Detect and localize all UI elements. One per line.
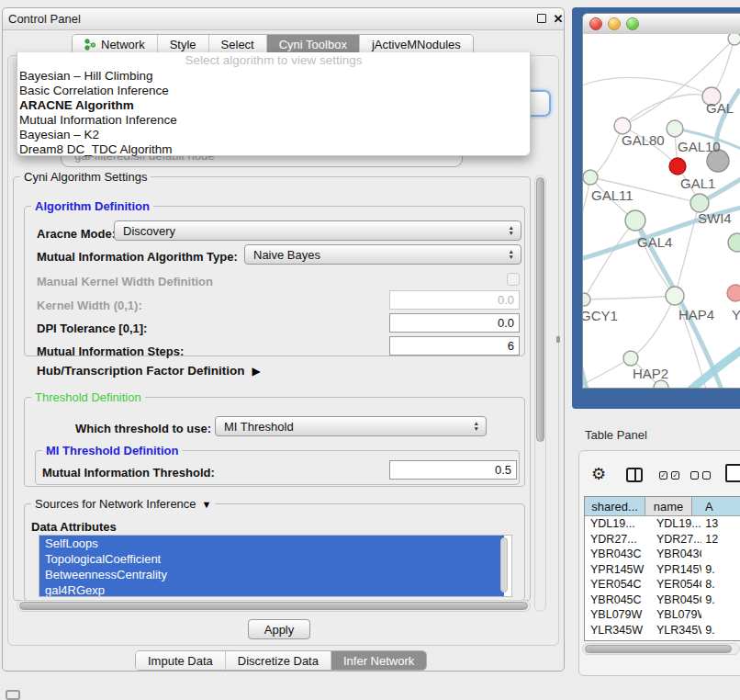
apply-button[interactable]: Apply bbox=[248, 619, 310, 639]
sources-title-text: Sources for Network Inference bbox=[35, 497, 196, 511]
network-canvas[interactable]: GAL GAL80 GAL10 GAL1 GAL11 SWI4 GAL4 GCY… bbox=[583, 34, 740, 389]
popup-item[interactable]: Mutual Information Inference bbox=[17, 113, 530, 128]
sources-group-title[interactable]: Sources for Network Inference ▼ bbox=[31, 497, 215, 511]
collapsed-panel-icon[interactable] bbox=[6, 690, 20, 700]
node-label-gal4: GAL4 bbox=[637, 234, 672, 250]
network-window-titlebar[interactable] bbox=[583, 14, 740, 35]
node-unlabeled-top[interactable] bbox=[728, 34, 740, 45]
table-row-partial[interactable]: YIL052C YIL052C 9 bbox=[585, 638, 740, 641]
gear-icon[interactable]: ⚙ bbox=[591, 464, 606, 484]
tab-style[interactable]: Style bbox=[158, 35, 209, 54]
popup-item-aracne[interactable]: ARACNE Algorithm bbox=[17, 98, 530, 113]
tab-discretize-data[interactable]: Discretize Data bbox=[226, 651, 331, 670]
node-hap4[interactable] bbox=[666, 287, 684, 305]
table-rows: YDL19... YDL19... 13 YDR27... YDR27... 1… bbox=[585, 516, 740, 641]
zoom-traffic-light-icon[interactable] bbox=[626, 17, 639, 30]
node-label-gal-partial: GAL bbox=[706, 100, 734, 116]
node-hap2[interactable] bbox=[623, 351, 638, 366]
tab-discretize-data-label: Discretize Data bbox=[238, 654, 319, 668]
network-window: GAL GAL80 GAL10 GAL1 GAL11 SWI4 GAL4 GCY… bbox=[582, 13, 740, 389]
list-item[interactable]: TopologicalCoefficient bbox=[39, 551, 504, 567]
list-item[interactable]: gal4RGexp bbox=[39, 582, 504, 597]
mi-steps-field[interactable]: 6 bbox=[389, 336, 520, 356]
new-table-icon[interactable] bbox=[725, 464, 740, 482]
table-row[interactable]: YBR043C YBR043C bbox=[585, 547, 740, 562]
close-traffic-light-icon[interactable] bbox=[589, 17, 602, 30]
minimize-traffic-light-icon[interactable] bbox=[608, 17, 621, 30]
column-header-name[interactable]: name bbox=[645, 497, 692, 515]
aracne-mode-label: Aracne Mode: bbox=[37, 227, 116, 241]
popup-item[interactable]: Bayesian – K2 bbox=[17, 128, 530, 142]
node-right-green[interactable] bbox=[728, 233, 740, 252]
table-row[interactable]: YBL079W YBL079W bbox=[585, 607, 740, 623]
node-label-gal11: GAL11 bbox=[591, 187, 633, 203]
node-label-gal10: GAL10 bbox=[678, 139, 721, 154]
table-row[interactable]: YDR27... YDR27... 12 bbox=[585, 532, 740, 548]
panel-divider-handle[interactable] bbox=[556, 336, 560, 343]
node-gal11[interactable] bbox=[583, 170, 598, 185]
tab-impute-data-label: Impute Data bbox=[148, 654, 213, 668]
threshold-definition-title: Threshold Definition bbox=[31, 390, 145, 404]
control-panel-titlebar[interactable]: Control Panel bbox=[3, 8, 564, 30]
table-row[interactable]: YLR345W YLR345W 9. bbox=[585, 623, 740, 638]
node-red[interactable] bbox=[669, 158, 686, 175]
table-row[interactable]: YDL19... YDL19... 13 bbox=[585, 516, 740, 532]
tab-impute-data[interactable]: Impute Data bbox=[136, 651, 226, 670]
node-gcy1[interactable] bbox=[583, 293, 590, 306]
node-label-gal1: GAL1 bbox=[680, 175, 715, 191]
which-threshold-combo[interactable]: MI Threshold ▲▼ bbox=[215, 416, 487, 436]
mi-threshold-label: Mutual Information Threshold: bbox=[42, 466, 215, 480]
dpi-tolerance-label: DPI Tolerance [0,1]: bbox=[37, 322, 147, 335]
node-bottom[interactable] bbox=[654, 380, 668, 389]
tab-network-label: Network bbox=[101, 38, 145, 51]
algorithm-definition-title: Algorithm Definition bbox=[31, 199, 153, 213]
which-threshold-label: Which threshold to use: bbox=[75, 422, 211, 435]
column-header-shared-name[interactable]: shared... bbox=[585, 497, 645, 515]
data-attributes-list[interactable]: SelfLoops TopologicalCoefficient Between… bbox=[39, 535, 512, 597]
list-item[interactable]: SelfLoops bbox=[39, 536, 504, 551]
node-gal1[interactable] bbox=[690, 194, 709, 212]
bottom-tabs: Impute Data Discretize Data Infer Networ… bbox=[135, 650, 427, 671]
dpi-tolerance-field[interactable]: 0.0 bbox=[389, 313, 520, 333]
mi-algorithm-type-value: Naive Bayes bbox=[253, 248, 320, 262]
node-salmon[interactable] bbox=[727, 285, 740, 301]
popup-item[interactable]: Basic Correlation Inference bbox=[17, 84, 530, 98]
tab-jactivemnodules-label: jActiveMNodules bbox=[372, 38, 461, 51]
node-label-gal80: GAL80 bbox=[622, 132, 665, 148]
settings-hscrollbar-thumb[interactable] bbox=[19, 602, 528, 610]
manual-kernel-width-checkbox[interactable] bbox=[507, 273, 520, 286]
table-row[interactable]: YPR145W YPR145W 9. bbox=[585, 562, 740, 578]
tab-cyni-toolbox[interactable]: Cyni Toolbox bbox=[267, 35, 360, 54]
deselect-all-columns-icon[interactable] bbox=[690, 471, 711, 480]
chevron-right-icon: ▶ bbox=[252, 365, 261, 378]
tab-jactivemnodules[interactable]: jActiveMNodules bbox=[360, 35, 473, 54]
settings-vscrollbar-thumb[interactable] bbox=[536, 177, 544, 442]
table-row[interactable]: YBR045C YBR045C 9. bbox=[585, 593, 740, 608]
node-gal10[interactable] bbox=[667, 120, 683, 137]
node-gal4[interactable] bbox=[625, 210, 645, 231]
close-icon[interactable]: ✕ bbox=[552, 11, 565, 26]
tab-network[interactable]: Network bbox=[73, 35, 158, 54]
kernel-width-field[interactable]: 0.0 bbox=[389, 290, 520, 310]
mi-threshold-field[interactable]: 0.5 bbox=[389, 460, 517, 480]
tab-infer-network[interactable]: Infer Network bbox=[331, 651, 426, 670]
float-icon[interactable] bbox=[537, 14, 546, 23]
hub-section-toggle[interactable]: Hub/Transcription Factor Definition ▶ bbox=[37, 364, 261, 378]
list-vscrollbar-thumb[interactable] bbox=[500, 537, 508, 593]
column-header-partial[interactable]: A bbox=[692, 497, 740, 515]
table-hscrollbar-thumb[interactable] bbox=[585, 645, 732, 653]
select-all-columns-icon[interactable]: ✓ ✓ bbox=[659, 471, 679, 480]
mi-algorithm-type-combo[interactable]: Naive Bayes ▲▼ bbox=[244, 244, 521, 265]
network-icon bbox=[84, 39, 96, 51]
tab-select[interactable]: Select bbox=[209, 35, 267, 54]
aracne-mode-combo[interactable]: Discovery ▲▼ bbox=[114, 220, 521, 241]
manual-kernel-width-label: Manual Kernel Width Definition bbox=[37, 275, 213, 288]
popup-placeholder: Select algorithm to view settings bbox=[17, 52, 530, 69]
table-panel-title: Table Panel bbox=[585, 428, 647, 442]
split-columns-icon[interactable] bbox=[626, 468, 643, 482]
popup-item[interactable]: Bayesian – Hill Climbing bbox=[17, 69, 530, 84]
tab-cyni-toolbox-label: Cyni Toolbox bbox=[279, 38, 347, 51]
table-row[interactable]: YER054C YER054C 8. bbox=[585, 577, 740, 593]
popup-item[interactable]: Dream8 DC_TDC Algorithm bbox=[17, 142, 530, 157]
list-item[interactable]: BetweennessCentrality bbox=[39, 567, 504, 582]
